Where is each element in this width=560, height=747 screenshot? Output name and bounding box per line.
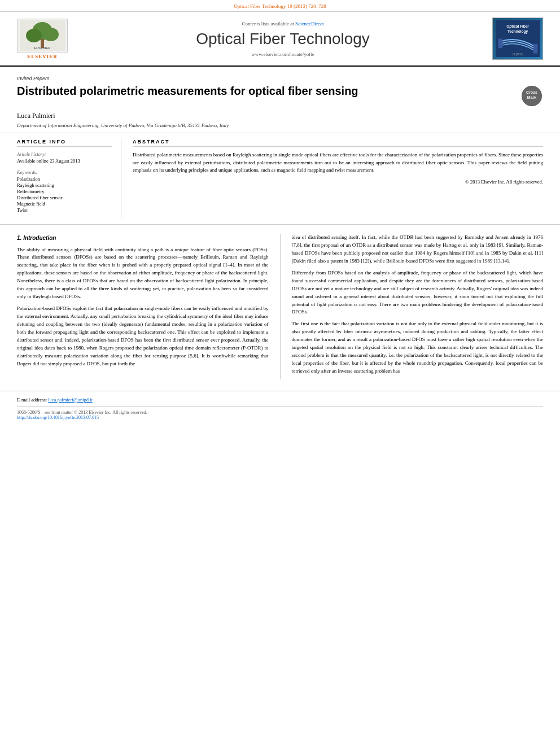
abstract-column: ABSTRACT Distributed polarimetric measur… xyxy=(133,139,543,219)
book-cover-image: Optical Fiber Technology 19 (2013) xyxy=(492,18,543,60)
journal-url-link[interactable]: www.elsevier.com/locate/yofte xyxy=(251,51,314,57)
article-available-online: Available online 23 August 2013 xyxy=(17,158,112,164)
keywords-list: Polarization Rayleigh scattering Reflect… xyxy=(17,176,112,213)
keyword-1: Polarization xyxy=(17,176,112,182)
paper-title: Distributed polarimetric measurements fo… xyxy=(17,85,509,98)
journal-bar: Optical Fiber Technology 19 (2013) 720–7… xyxy=(0,0,560,12)
article-info-abstract-section: ARTICLE INFO Article history: Available … xyxy=(0,133,560,225)
issn-text: 1068-5200/$ – see front matter © 2013 El… xyxy=(17,410,543,415)
doi-link[interactable]: http://dx.doi.org/10.1016/j.yofte.2013.0… xyxy=(17,415,99,420)
email-link[interactable]: luca.palmieri@unipd.it xyxy=(48,397,93,403)
svg-point-3 xyxy=(43,28,59,41)
svg-text:Cross: Cross xyxy=(526,90,537,94)
invited-papers-label: Invited Papers xyxy=(17,76,543,81)
keyword-2: Rayleigh scattering xyxy=(17,182,112,188)
keyword-3: Reflectometry xyxy=(17,189,112,194)
keyword-5: Magnetic field xyxy=(17,201,112,207)
article-history-group: Article history: Available online 23 Aug… xyxy=(17,151,112,164)
journal-title: Optical Fiber Technology xyxy=(73,30,492,48)
intro-para-1: The ability of measuring a physical fiel… xyxy=(17,246,269,302)
page: Optical Fiber Technology 19 (2013) 720–7… xyxy=(0,0,560,747)
intro-para-2: Polarization-based DFOSs exploit the fac… xyxy=(17,305,269,368)
article-info-heading: ARTICLE INFO xyxy=(17,139,112,147)
header-center: Contents lists available at ScienceDirec… xyxy=(73,21,492,57)
intro-para-5: The first one is the fact that polarizat… xyxy=(292,320,544,375)
svg-text:ELSEVIER: ELSEVIER xyxy=(34,46,51,50)
svg-rect-9 xyxy=(498,39,502,49)
crossmark-icon: Cross Mark xyxy=(522,86,542,106)
footer-area: E-mail address: luca.palmieri@unipd.it 1… xyxy=(0,391,560,425)
svg-text:19 (2013): 19 (2013) xyxy=(512,53,523,56)
paper-title-row: Distributed polarimetric measurements fo… xyxy=(17,85,543,107)
author-affiliation: Department of Information Engineering, U… xyxy=(17,123,543,128)
article-history-label: Article history: xyxy=(17,151,112,157)
crossmark-badge: Cross Mark xyxy=(520,85,543,107)
footer-issn: 1068-5200/$ – see front matter © 2013 El… xyxy=(17,406,543,420)
svg-text:Technology: Technology xyxy=(508,29,528,34)
body-col-right: idea of distributed sensing itself. In f… xyxy=(292,234,544,379)
svg-rect-10 xyxy=(533,44,537,54)
svg-text:Optical Fiber: Optical Fiber xyxy=(506,24,529,29)
intro-para-4: Differently from DFOSs based on the anal… xyxy=(292,269,544,317)
author-name: Luca Palmieri xyxy=(17,112,543,120)
keyword-6: Twist xyxy=(17,207,112,213)
sciencedirect-link[interactable]: ScienceDirect xyxy=(295,21,323,27)
elsevier-label: ELSEVIER xyxy=(27,54,58,59)
sciencedirect-line: Contents lists available at ScienceDirec… xyxy=(73,21,492,27)
email-label: E-mail address: xyxy=(17,397,47,403)
keywords-label: Keywords: xyxy=(17,169,112,175)
intro-para-3: idea of distributed sensing itself. In f… xyxy=(292,234,544,265)
elsevier-logo: ELSEVIER ELSEVIER xyxy=(11,19,73,59)
keywords-group: Keywords: Polarization Rayleigh scatteri… xyxy=(17,169,112,213)
svg-text:Mark: Mark xyxy=(527,95,536,99)
svg-point-2 xyxy=(26,29,42,42)
body-col-left: 1. Introduction The ability of measuring… xyxy=(17,234,269,379)
article-info-column: ARTICLE INFO Article history: Available … xyxy=(17,139,121,219)
elsevier-logo-image: ELSEVIER xyxy=(17,19,68,53)
header-area: ELSEVIER ELSEVIER Contents lists availab… xyxy=(0,12,560,67)
introduction-title: 1. Introduction xyxy=(17,234,269,243)
main-body: 1. Introduction The ability of measuring… xyxy=(0,225,560,379)
section-name: Introduction xyxy=(23,235,56,241)
keyword-4: Distributed fiber sensor xyxy=(17,195,112,200)
abstract-heading: ABSTRACT xyxy=(133,139,543,147)
sciencedirect-prefix: Contents lists available at xyxy=(242,21,294,27)
section-number: 1. xyxy=(17,235,21,241)
journal-bar-text: Optical Fiber Technology 19 (2013) 720–7… xyxy=(234,3,326,9)
abstract-copyright: © 2013 Elsevier Inc. All rights reserved… xyxy=(133,179,543,185)
abstract-text: Distributed polarimetric measurements ba… xyxy=(133,151,543,174)
journal-url: www.elsevier.com/locate/yofte xyxy=(73,51,492,57)
column-divider xyxy=(280,234,281,379)
footnote-email: E-mail address: luca.palmieri@unipd.it xyxy=(17,397,543,403)
paper-header: Invited Papers Distributed polarimetric … xyxy=(0,67,560,133)
